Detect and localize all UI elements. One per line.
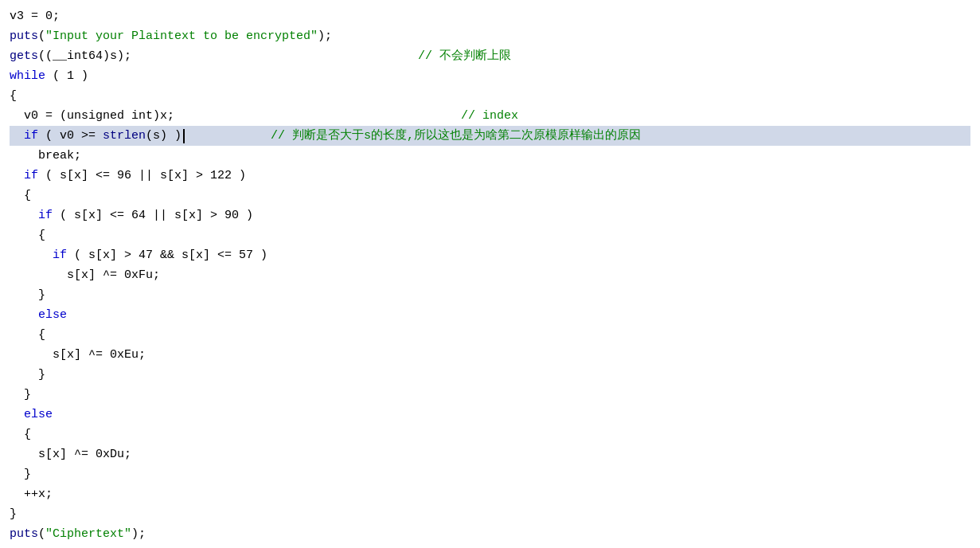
keyword-text: if xyxy=(53,246,67,265)
comment-text: // 判断是否大于s的长度,所以这也是为啥第二次原模原样输出的原因 xyxy=(271,127,641,146)
code-line: { xyxy=(10,425,970,444)
code-line: v0 = (unsigned int)x; // index xyxy=(10,106,970,126)
spaces-text xyxy=(185,127,271,146)
keyword-text: return xyxy=(10,545,53,549)
plain-text: { xyxy=(10,425,31,444)
plain-text: ( s[x] <= 96 || s[x] > 122 ) xyxy=(38,166,246,186)
code-line: { xyxy=(10,325,970,345)
code-line: } xyxy=(10,464,970,484)
code-container: v3 = 0;puts("Input your Plaintext to be … xyxy=(0,0,980,548)
plain-text: ( s[x] > 47 && s[x] <= 57 ) xyxy=(67,246,267,265)
plain-text: { xyxy=(10,226,45,245)
plain-text: break; xyxy=(10,147,81,166)
code-line: break; xyxy=(10,146,970,166)
plain-text: ++x; xyxy=(10,485,53,504)
func-text: puts xyxy=(10,525,38,544)
plain-text: s[x] ^= 0xEu; xyxy=(10,346,146,365)
code-line: gets((__int64)s); // 不会判断上限 xyxy=(10,46,970,66)
code-line: } xyxy=(10,285,970,305)
plain-text: { xyxy=(10,87,17,106)
code-line: puts("Input your Plaintext to be encrypt… xyxy=(10,26,970,46)
code-line: { xyxy=(10,86,970,106)
spaces-text xyxy=(174,107,461,126)
plain-text: ( v0 >= xyxy=(38,127,103,146)
code-line: s[x] ^= 0xDu; xyxy=(10,444,970,464)
plain-text: { xyxy=(10,186,31,206)
spaces-text xyxy=(131,47,418,66)
plain-text: v0 = (unsigned int)x; xyxy=(10,107,174,126)
func-text: puts xyxy=(10,27,38,46)
plain-text xyxy=(10,246,53,265)
keyword-text: else xyxy=(38,306,67,325)
plain-text: (s); xyxy=(88,545,117,549)
plain-text: (s) ) xyxy=(146,127,182,146)
plain-text xyxy=(10,166,24,186)
code-line: puts("Ciphertext"); xyxy=(10,524,970,544)
plain-text: ( 1 ) xyxy=(45,67,88,86)
code-line: if ( v0 >= strlen(s) ) // 判断是否大于s的长度,所以这… xyxy=(10,126,970,146)
code-line: } xyxy=(10,385,970,405)
keyword-text: if xyxy=(24,127,38,146)
plain-text: } xyxy=(10,386,31,405)
code-line: return puts(s); xyxy=(10,544,970,548)
plain-text: ( s[x] <= 64 || s[x] > 90 ) xyxy=(53,206,253,225)
code-line: ++x; xyxy=(10,484,970,504)
keyword-text: while xyxy=(10,67,45,86)
code-line: } xyxy=(10,365,970,385)
code-line: s[x] ^= 0xEu; xyxy=(10,345,970,365)
plain-text: ( xyxy=(38,27,45,46)
plain-text: s[x] ^= 0xFu; xyxy=(10,266,160,285)
func-text: puts xyxy=(60,545,88,549)
plain-text xyxy=(53,545,60,549)
plain-text xyxy=(10,206,38,225)
keyword-text: if xyxy=(38,206,53,225)
comment-text: // 不会判断上限 xyxy=(418,47,511,66)
code-line: { xyxy=(10,225,970,245)
code-line: else xyxy=(10,405,970,425)
plain-text: s[x] ^= 0xDu; xyxy=(10,445,131,464)
code-line: { xyxy=(10,186,970,206)
plain-text: ); xyxy=(131,525,146,544)
code-line: if ( s[x] <= 64 || s[x] > 90 ) xyxy=(10,206,970,225)
plain-text: } xyxy=(10,286,45,305)
keyword-text: if xyxy=(24,166,38,186)
plain-text: ((__int64)s); xyxy=(38,47,131,66)
func-text: gets xyxy=(10,47,38,66)
plain-text: } xyxy=(10,465,31,484)
plain-text: v3 = 0; xyxy=(10,7,60,26)
plain-text: ( xyxy=(38,525,45,544)
code-line: if ( s[x] <= 96 || s[x] > 122 ) xyxy=(10,166,970,186)
code-line: while ( 1 ) xyxy=(10,66,970,86)
plain-text: ); xyxy=(318,27,332,46)
string-text: "Input your Plaintext to be encrypted" xyxy=(45,27,318,46)
keyword-text: else xyxy=(24,405,53,425)
plain-text: } xyxy=(10,505,17,524)
string-text: "Ciphertext" xyxy=(45,525,131,544)
code-line: else xyxy=(10,305,970,325)
plain-text xyxy=(10,127,24,146)
code-lines: v3 = 0;puts("Input your Plaintext to be … xyxy=(10,6,970,548)
plain-text: } xyxy=(10,366,45,385)
code-line: v3 = 0; xyxy=(10,6,970,26)
plain-text xyxy=(10,405,24,425)
func-text: strlen xyxy=(103,127,146,146)
code-line: if ( s[x] > 47 && s[x] <= 57 ) xyxy=(10,245,970,265)
comment-text: // index xyxy=(461,107,518,126)
plain-text: { xyxy=(10,326,45,345)
code-line: s[x] ^= 0xFu; xyxy=(10,265,970,285)
code-line: } xyxy=(10,504,970,524)
plain-text xyxy=(10,306,38,325)
